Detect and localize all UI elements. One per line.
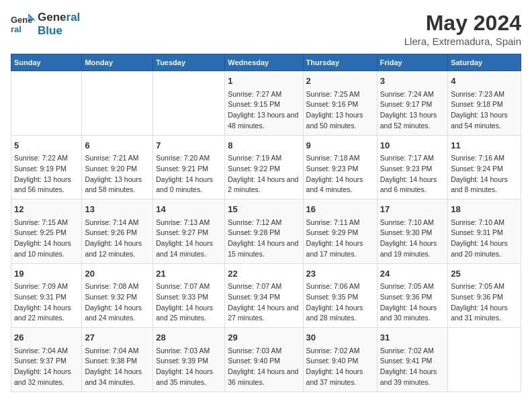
daylight-text: Daylight: 14 hours and 34 minutes. [85,367,150,388]
day-number: 27 [85,331,150,345]
day-number: 5 [14,139,79,152]
sunset-text: Sunset: 9:35 PM [306,292,374,303]
cell-content: Sunrise: 7:09 AMSunset: 9:31 PMDaylight:… [14,281,79,324]
sunrise-text: Sunrise: 7:04 AM [14,346,79,357]
cell-content: Sunrise: 7:21 AMSunset: 9:20 PMDaylight:… [85,153,150,195]
sunrise-text: Sunrise: 7:18 AM [306,153,374,164]
daylight-text: Daylight: 14 hours and 12 minutes. [85,238,150,260]
sunset-text: Sunset: 9:36 PM [380,292,445,303]
sunset-text: Sunset: 9:33 PM [156,292,222,303]
day-number: 10 [380,139,445,152]
cell-content: Sunrise: 7:17 AMSunset: 9:23 PMDaylight:… [380,153,445,195]
daylight-text: Daylight: 14 hours and 6 minutes. [380,175,445,196]
sunset-text: Sunset: 9:16 PM [306,99,374,110]
sunrise-text: Sunrise: 7:07 AM [156,281,222,292]
day-of-week-header: Monday [82,54,153,71]
cell-content: Sunrise: 7:14 AMSunset: 9:26 PMDaylight:… [85,218,150,260]
calendar-cell: 18Sunrise: 7:10 AMSunset: 9:31 PMDayligh… [448,199,521,264]
calendar-cell: 11Sunrise: 7:16 AMSunset: 9:24 PMDayligh… [448,135,521,199]
sunrise-text: Sunrise: 7:19 AM [228,153,300,164]
daylight-text: Daylight: 14 hours and 20 minutes. [451,238,518,260]
day-number: 19 [14,267,79,281]
logo-blue: Blue [38,24,62,37]
day-number: 4 [451,75,518,88]
sunrise-text: Sunrise: 7:05 AM [451,281,518,292]
sunset-text: Sunset: 9:31 PM [14,292,79,303]
calendar-cell: 22Sunrise: 7:07 AMSunset: 9:34 PMDayligh… [225,263,303,328]
day-number: 17 [380,203,445,216]
sunrise-text: Sunrise: 7:11 AM [306,218,374,228]
day-number: 29 [228,331,300,345]
page-subtitle: Llera, Extremadura, Spain [404,36,521,47]
calendar-cell: 12Sunrise: 7:15 AMSunset: 9:25 PMDayligh… [11,199,82,264]
sunrise-text: Sunrise: 7:12 AM [228,218,300,228]
sunrise-text: Sunrise: 7:14 AM [85,218,150,228]
day-of-week-header: Sunday [11,54,82,71]
day-of-week-header: Wednesday [225,54,303,71]
cell-content: Sunrise: 7:07 AMSunset: 9:34 PMDaylight:… [228,281,300,324]
day-number: 30 [306,331,374,345]
sunrise-text: Sunrise: 7:22 AM [14,153,79,164]
sunrise-text: Sunrise: 7:23 AM [451,89,518,100]
calendar-cell: 20Sunrise: 7:08 AMSunset: 9:32 PMDayligh… [82,263,153,328]
sunrise-text: Sunrise: 7:10 AM [451,218,518,228]
sunset-text: Sunset: 9:34 PM [228,292,300,303]
day-number: 20 [85,267,150,281]
sunset-text: Sunset: 9:40 PM [228,356,300,367]
day-number: 9 [306,139,374,152]
day-number: 15 [228,203,300,216]
sunrise-text: Sunrise: 7:25 AM [306,89,374,100]
sunrise-text: Sunrise: 7:05 AM [380,281,445,292]
calendar-cell: 3Sunrise: 7:24 AMSunset: 9:17 PMDaylight… [377,71,447,136]
day-of-week-header: Saturday [448,54,521,71]
sunrise-text: Sunrise: 7:27 AM [228,89,300,100]
sunset-text: Sunset: 9:32 PM [85,292,150,303]
sunset-text: Sunset: 9:23 PM [306,164,374,175]
sunrise-text: Sunrise: 7:15 AM [14,218,79,228]
cell-content: Sunrise: 7:08 AMSunset: 9:32 PMDaylight:… [85,281,150,324]
day-number: 11 [451,139,518,152]
sunset-text: Sunset: 9:20 PM [85,164,150,175]
logo-general: General [38,11,80,24]
daylight-text: Daylight: 13 hours and 52 minutes. [380,110,445,132]
daylight-text: Daylight: 13 hours and 50 minutes. [306,110,374,132]
day-number: 21 [156,267,222,281]
sunset-text: Sunset: 9:37 PM [14,356,79,367]
day-number: 16 [306,203,374,216]
sunset-text: Sunset: 9:31 PM [451,228,518,238]
cell-content: Sunrise: 7:03 AMSunset: 9:39 PMDaylight:… [156,346,222,388]
cell-content: Sunrise: 7:27 AMSunset: 9:15 PMDaylight:… [228,89,300,132]
cell-content: Sunrise: 7:04 AMSunset: 9:38 PMDaylight:… [85,346,150,388]
day-number: 22 [228,267,300,281]
sunset-text: Sunset: 9:36 PM [451,292,518,303]
calendar-cell [82,71,153,136]
calendar-cell: 30Sunrise: 7:02 AMSunset: 9:40 PMDayligh… [303,328,377,392]
calendar-cell: 21Sunrise: 7:07 AMSunset: 9:33 PMDayligh… [153,263,225,328]
sunrise-text: Sunrise: 7:13 AM [156,218,222,228]
sunrise-text: Sunrise: 7:02 AM [380,346,445,357]
sunrise-text: Sunrise: 7:10 AM [380,218,445,228]
daylight-text: Daylight: 14 hours and 37 minutes. [306,367,374,388]
sunrise-text: Sunrise: 7:04 AM [85,346,150,357]
daylight-text: Daylight: 13 hours and 58 minutes. [85,175,150,196]
sunrise-text: Sunrise: 7:21 AM [85,153,150,164]
day-number: 23 [306,267,374,281]
title-area: May 2024 Llera, Extremadura, Spain [404,11,521,47]
daylight-text: Daylight: 14 hours and 10 minutes. [14,238,79,260]
daylight-text: Daylight: 13 hours and 56 minutes. [14,175,79,196]
day-of-week-header: Friday [377,54,447,71]
daylight-text: Daylight: 14 hours and 28 minutes. [306,303,374,324]
daylight-text: Daylight: 14 hours and 17 minutes. [306,238,374,260]
sunset-text: Sunset: 9:39 PM [156,356,222,367]
sunset-text: Sunset: 9:29 PM [306,228,374,238]
calendar-cell: 5Sunrise: 7:22 AMSunset: 9:19 PMDaylight… [11,135,82,199]
calendar-cell: 13Sunrise: 7:14 AMSunset: 9:26 PMDayligh… [82,199,153,264]
cell-content: Sunrise: 7:02 AMSunset: 9:41 PMDaylight:… [380,346,445,388]
cell-content: Sunrise: 7:07 AMSunset: 9:33 PMDaylight:… [156,281,222,324]
sunset-text: Sunset: 9:23 PM [380,164,445,175]
calendar-cell: 26Sunrise: 7:04 AMSunset: 9:37 PMDayligh… [11,328,82,392]
calendar-cell: 2Sunrise: 7:25 AMSunset: 9:16 PMDaylight… [303,71,377,136]
daylight-text: Daylight: 14 hours and 30 minutes. [380,303,445,324]
day-number: 8 [228,139,300,152]
calendar-cell [448,328,521,392]
